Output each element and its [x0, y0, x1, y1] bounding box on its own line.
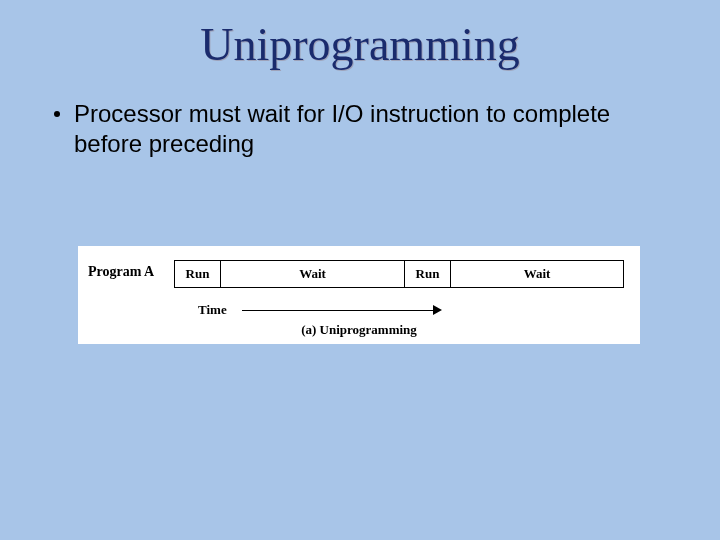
timeline: Run Wait Run Wait — [174, 260, 624, 288]
diagram-inner: Program A Run Wait Run Wait Time (a) Uni… — [78, 246, 640, 344]
diagram-caption: (a) Uniprogramming — [78, 322, 640, 338]
bullet-icon — [54, 111, 60, 117]
slide: Uniprogramming Processor must wait for I… — [0, 0, 720, 540]
arrow-right-icon — [433, 305, 442, 315]
arrow-line — [242, 310, 434, 311]
slide-title: Uniprogramming — [0, 0, 720, 71]
diagram: Program A Run Wait Run Wait Time (a) Uni… — [78, 246, 640, 344]
segment-wait: Wait — [221, 261, 405, 287]
bullet-text: Processor must wait for I/O instruction … — [74, 99, 672, 159]
segment-run: Run — [175, 261, 221, 287]
time-axis-label: Time — [198, 302, 227, 318]
bullet-list: Processor must wait for I/O instruction … — [0, 71, 720, 159]
time-arrow — [242, 304, 442, 318]
bullet-item: Processor must wait for I/O instruction … — [48, 99, 672, 159]
program-label: Program A — [88, 264, 154, 280]
segment-wait: Wait — [451, 261, 623, 287]
segment-run: Run — [405, 261, 451, 287]
